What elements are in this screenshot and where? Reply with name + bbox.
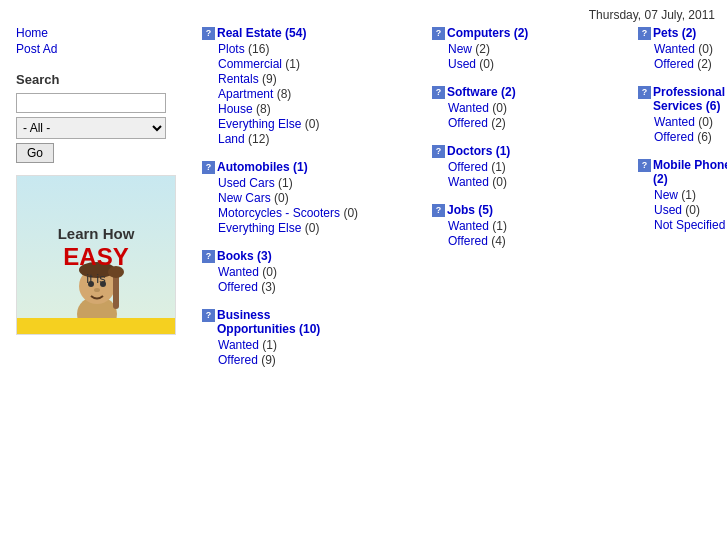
info-icon-automobiles: ?: [202, 161, 215, 174]
subcat-pets-offered[interactable]: Offered: [654, 57, 694, 71]
right-column: ? Computers (2) New (2) Used (0) ? Softw…: [428, 26, 638, 545]
far-right-area: ? Pets (2) Wanted (0) Offered (2) ? Prof…: [638, 26, 727, 545]
subcat-computers-new[interactable]: New: [448, 42, 472, 56]
subcategories-books: Wanted (0) Offered (3): [202, 265, 424, 294]
info-icon-software: ?: [432, 86, 445, 99]
cat-count-pets: (2): [682, 26, 697, 40]
category-title-business[interactable]: BusinessOpportunities (10): [217, 308, 320, 336]
cat-count-jobs: (5): [478, 203, 493, 217]
subcat-commercial[interactable]: Commercial: [218, 57, 282, 71]
subcat-jobs-wanted[interactable]: Wanted: [448, 219, 489, 233]
info-icon-pets: ?: [638, 27, 651, 40]
subcategories-automobiles: Used Cars (1) New Cars (0) Motorcycles -…: [202, 176, 424, 235]
ad-line2: EASY: [58, 243, 135, 271]
subcategories-jobs: Wanted (1) Offered (4): [432, 219, 634, 248]
category-title-real-estate[interactable]: Real Estate (54): [217, 26, 306, 40]
subcat-motorcycles-scooters[interactable]: Motorcycles - Scooters: [218, 206, 340, 220]
category-title-doctors[interactable]: Doctors (1): [447, 144, 510, 158]
category-mobile-phones: ? Mobile Phones(2) New (1) Used (0) Not …: [638, 158, 727, 232]
subcategories-business: Wanted (1) Offered (9): [202, 338, 424, 367]
info-icon-mobile: ?: [638, 159, 651, 172]
category-select[interactable]: - All -: [16, 117, 166, 139]
category-real-estate: ? Real Estate (54) Plots (16) Commercial…: [202, 26, 424, 146]
cat-count-professional: (6): [706, 99, 721, 113]
subcategories-mobile: New (1) Used (0) Not Specified (1): [638, 188, 727, 232]
subcat-books-offered[interactable]: Offered: [218, 280, 258, 294]
ad-line3: it is: [58, 271, 135, 286]
subcategories-pets: Wanted (0) Offered (2): [638, 42, 727, 71]
date-display: Thursday, 07 July, 2011: [589, 8, 715, 22]
subcat-mobile-not-specified[interactable]: Not Specified: [654, 218, 725, 232]
subcat-rentals[interactable]: Rentals: [218, 72, 259, 86]
subcategories-software: Wanted (0) Offered (2): [432, 101, 634, 130]
category-software: ? Software (2) Wanted (0) Offered (2): [432, 85, 634, 130]
subcat-plots[interactable]: Plots: [218, 42, 245, 56]
subcat-jobs-offered[interactable]: Offered: [448, 234, 488, 248]
subcat-apartment[interactable]: Apartment: [218, 87, 273, 101]
category-title-pets[interactable]: Pets (2): [653, 26, 696, 40]
cat-count-business: (10): [299, 322, 320, 336]
category-title-software[interactable]: Software (2): [447, 85, 516, 99]
cat-count-real-estate: (54): [285, 26, 306, 40]
subcat-doctors-wanted[interactable]: Wanted: [448, 175, 489, 189]
search-label: Search: [16, 72, 190, 87]
subcat-everything-else-auto[interactable]: Everything Else: [218, 221, 301, 235]
subcat-house[interactable]: House: [218, 102, 253, 116]
info-icon-business: ?: [202, 309, 215, 322]
subcat-doctors-offered[interactable]: Offered: [448, 160, 488, 174]
cat-count-doctors: (1): [496, 144, 511, 158]
category-title-jobs[interactable]: Jobs (5): [447, 203, 493, 217]
category-automobiles: ? Automobiles (1) Used Cars (1) New Cars…: [202, 160, 424, 235]
category-title-mobile[interactable]: Mobile Phones(2): [653, 158, 727, 186]
subcat-business-wanted[interactable]: Wanted: [218, 338, 259, 352]
subcat-business-offered[interactable]: Offered: [218, 353, 258, 367]
cat-count-automobiles: (1): [293, 160, 308, 174]
info-icon-jobs: ?: [432, 204, 445, 217]
search-input[interactable]: [16, 93, 166, 113]
subcat-professional-offered[interactable]: Offered: [654, 130, 694, 144]
cat-count-software: (2): [501, 85, 516, 99]
category-doctors: ? Doctors (1) Offered (1) Wanted (0): [432, 144, 634, 189]
category-title-computers[interactable]: Computers (2): [447, 26, 528, 40]
subcat-pets-wanted[interactable]: Wanted: [654, 42, 695, 56]
subcat-mobile-used[interactable]: Used: [654, 203, 682, 217]
subcat-professional-wanted[interactable]: Wanted: [654, 115, 695, 129]
category-business-opportunities: ? BusinessOpportunities (10) Wanted (1) …: [202, 308, 424, 367]
subcategories-real-estate: Plots (16) Commercial (1) Rentals (9) Ap…: [202, 42, 424, 146]
info-icon-books: ?: [202, 250, 215, 263]
category-pets: ? Pets (2) Wanted (0) Offered (2): [638, 26, 727, 71]
far-right-categories: ? Pets (2) Wanted (0) Offered (2) ? Prof…: [638, 26, 727, 545]
left-navigation: Home Post Ad Search - All - Go Learn How…: [8, 26, 198, 545]
go-button[interactable]: Go: [16, 143, 54, 163]
subcat-land[interactable]: Land: [218, 132, 245, 146]
subcat-computers-used[interactable]: Used: [448, 57, 476, 71]
subcat-new-cars[interactable]: New Cars: [218, 191, 271, 205]
category-title-professional[interactable]: ProfessionalServices (6): [653, 85, 725, 113]
category-computers: ? Computers (2) New (2) Used (0): [432, 26, 634, 71]
post-ad-link[interactable]: Post Ad: [16, 42, 190, 56]
subcat-software-offered[interactable]: Offered: [448, 116, 488, 130]
subcategories-doctors: Offered (1) Wanted (0): [432, 160, 634, 189]
cat-count-computers: (2): [514, 26, 529, 40]
info-icon-doctors: ?: [432, 145, 445, 158]
cat-count-books: (3): [257, 249, 272, 263]
subcategories-computers: New (2) Used (0): [432, 42, 634, 71]
info-icon-professional: ?: [638, 86, 651, 99]
middle-column: ? Real Estate (54) Plots (16) Commercial…: [198, 26, 428, 545]
far-right-categories-regions: ? Pets (2) Wanted (0) Offered (2) ? Prof…: [638, 26, 727, 545]
info-icon-real-estate: ?: [202, 27, 215, 40]
subcat-books-wanted[interactable]: Wanted: [218, 265, 259, 279]
subcat-software-wanted[interactable]: Wanted: [448, 101, 489, 115]
subcat-used-cars[interactable]: Used Cars: [218, 176, 275, 190]
cat-count-mobile: (2): [653, 172, 668, 186]
home-link[interactable]: Home: [16, 26, 190, 40]
category-title-books[interactable]: Books (3): [217, 249, 272, 263]
subcat-mobile-new[interactable]: New: [654, 188, 678, 202]
ad-line1: Learn How: [58, 225, 135, 243]
info-icon-computers: ?: [432, 27, 445, 40]
category-professional-services: ? ProfessionalServices (6) Wanted (0) Of…: [638, 85, 727, 144]
subcat-everything-else-re[interactable]: Everything Else: [218, 117, 301, 131]
advertisement: Learn How EASY it is: [16, 175, 176, 335]
category-books: ? Books (3) Wanted (0) Offered (3): [202, 249, 424, 294]
category-title-automobiles[interactable]: Automobiles (1): [217, 160, 308, 174]
